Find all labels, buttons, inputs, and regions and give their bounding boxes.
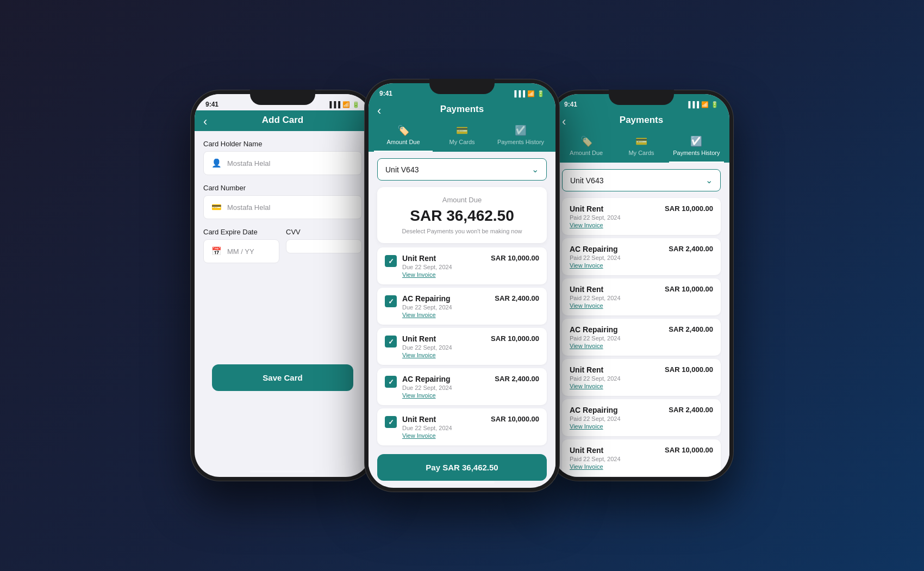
view-invoice-3[interactable]: View Invoice [402, 352, 485, 358]
back-button-center[interactable]: ‹ [377, 104, 381, 118]
payment-due-1: Due 22 Sept, 2024 [402, 264, 485, 270]
tab-my-cards-label: My Cards [449, 139, 475, 145]
history-invoice-3[interactable]: View Invoice [570, 302, 621, 309]
expire-value: MM / YY [227, 247, 254, 256]
history-tab-icon: ☑️ [515, 125, 527, 136]
save-card-button[interactable]: Save Card [212, 364, 353, 391]
header-left: ‹ Add Card [195, 110, 371, 131]
payment-amount-4: SAR 2,400.00 [495, 375, 539, 383]
dropdown-value-center: Unit V643 [385, 165, 419, 174]
home-indicator-left [250, 470, 315, 473]
checkbox-2[interactable] [385, 295, 397, 307]
cvv-input[interactable] [286, 239, 362, 253]
calendar-icon: 📅 [211, 246, 222, 256]
wallet-icon: 🏷️ [397, 125, 409, 136]
history-name-1: Unit Rent [570, 204, 621, 213]
view-invoice-5[interactable]: View Invoice [402, 432, 485, 439]
tab-my-cards[interactable]: 💳 My Cards [433, 120, 491, 152]
history-item-2: AC Repairing Paid 22 Sept, 2024 View Inv… [562, 238, 721, 275]
history-date-5: Paid 22 Sept, 2024 [570, 375, 621, 382]
history-info-2: AC Repairing Paid 22 Sept, 2024 View Inv… [570, 245, 621, 269]
history-invoice-7[interactable]: View Invoice [570, 463, 621, 470]
page-title-center: Payments [379, 104, 545, 120]
history-amount-7: SAR 10,000.00 [665, 446, 713, 454]
view-invoice-2[interactable]: View Invoice [402, 312, 489, 318]
tab-amount-due[interactable]: 🏷️ Amount Due [374, 120, 433, 152]
card-number-input[interactable]: 💳 Mostafa Helal [203, 195, 362, 219]
payment-due-2: Due 22 Sept, 2024 [402, 304, 489, 311]
time-center: 9:41 [379, 90, 392, 97]
expire-cvv-row: Card Expire Date 📅 MM / YY CVV [203, 228, 362, 272]
notch-left [250, 90, 315, 105]
expire-input[interactable]: 📅 MM / YY [203, 239, 279, 263]
tab-my-cards-right[interactable]: 💳 My Cards [614, 131, 669, 163]
holder-name-input[interactable]: 👤 Mostafa Helal [203, 151, 362, 175]
history-item-4: AC Repairing Paid 22 Sept, 2024 View Inv… [562, 319, 721, 356]
screen-right: 9:41 ▐▐▐ 📶 🔋 ‹ Payments 🏷️ Amount Due [553, 94, 729, 477]
history-invoice-5[interactable]: View Invoice [570, 383, 621, 389]
history-amount-4: SAR 2,400.00 [669, 325, 713, 333]
card-number-group: Card Number 💳 Mostafa Helal [203, 184, 362, 219]
history-invoice-1[interactable]: View Invoice [570, 222, 621, 228]
history-info-7: Unit Rent Paid 22 Sept, 2024 View Invoic… [570, 446, 621, 470]
checkbox-5[interactable] [385, 416, 397, 428]
payment-name-3: Unit Rent [402, 334, 485, 343]
person-icon: 👤 [211, 158, 222, 168]
history-info-1: Unit Rent Paid 22 Sept, 2024 View Invoic… [570, 204, 621, 228]
home-indicator-right [609, 470, 674, 473]
history-name-3: Unit Rent [570, 285, 621, 294]
checkbox-4[interactable] [385, 376, 397, 388]
history-item-3: Unit Rent Paid 22 Sept, 2024 View Invoic… [562, 278, 721, 315]
history-date-3: Paid 22 Sept, 2024 [570, 295, 621, 301]
tab-amount-due-right[interactable]: 🏷️ Amount Due [559, 131, 614, 163]
history-info-4: AC Repairing Paid 22 Sept, 2024 View Inv… [570, 325, 621, 349]
amount-due-label: Amount Due [386, 196, 538, 204]
history-info-5: Unit Rent Paid 22 Sept, 2024 View Invoic… [570, 365, 621, 389]
tabs-center: 🏷️ Amount Due 💳 My Cards ☑️ Payments His… [369, 120, 555, 152]
view-invoice-1[interactable]: View Invoice [402, 271, 485, 278]
payment-info-1: Unit Rent Due 22 Sept, 2024 View Invoice [402, 254, 485, 278]
history-invoice-2[interactable]: View Invoice [570, 262, 621, 269]
payment-item-4: AC Repairing Due 22 Sept, 2024 View Invo… [377, 368, 547, 405]
history-date-4: Paid 22 Sept, 2024 [570, 335, 621, 342]
history-item-1: Unit Rent Paid 22 Sept, 2024 View Invoic… [562, 198, 721, 235]
history-name-5: Unit Rent [570, 365, 621, 374]
wallet-icon-right: 🏷️ [580, 135, 592, 147]
unit-dropdown-center[interactable]: Unit V643 ⌄ [377, 158, 547, 181]
card-icon: 💳 [211, 202, 222, 212]
history-tab-icon-right: ☑️ [690, 135, 702, 147]
card-tab-icon-right: 💳 [635, 135, 647, 147]
payment-amount-2: SAR 2,400.00 [495, 294, 539, 302]
tab-payments-history-right[interactable]: ☑️ Payments History [669, 131, 724, 163]
history-date-1: Paid 22 Sept, 2024 [570, 214, 621, 221]
history-invoice-4[interactable]: View Invoice [570, 343, 621, 349]
history-amount-3: SAR 10,000.00 [665, 285, 713, 293]
history-amount-6: SAR 2,400.00 [669, 406, 713, 414]
phone-left: 9:41 ▐▐▐ 📶 🔋 ‹ Add Card Card Holder Name… [190, 90, 375, 481]
payment-name-1: Unit Rent [402, 254, 485, 263]
dropdown-value-right: Unit V643 [570, 176, 603, 185]
history-amount-2: SAR 2,400.00 [669, 245, 713, 253]
center-content: Unit V643 ⌄ Amount Due SAR 36,462.50 Des… [369, 152, 555, 486]
pay-button-center[interactable]: Pay SAR 36,462.50 [377, 454, 547, 481]
tab-my-cards-label-right: My Cards [628, 150, 654, 156]
card-number-value: Mostafa Helal [227, 203, 270, 212]
history-item-5: Unit Rent Paid 22 Sept, 2024 View Invoic… [562, 359, 721, 396]
checkbox-1[interactable] [385, 255, 397, 267]
payment-amount-3: SAR 10,000.00 [491, 334, 539, 343]
history-invoice-6[interactable]: View Invoice [570, 423, 621, 430]
expire-label: Card Expire Date [203, 228, 279, 236]
payment-item-3: Unit Rent Due 22 Sept, 2024 View Invoice… [377, 328, 547, 365]
payment-item-5: Unit Rent Due 22 Sept, 2024 View Invoice… [377, 408, 547, 445]
screen-left: 9:41 ▐▐▐ 📶 🔋 ‹ Add Card Card Holder Name… [195, 94, 371, 477]
back-button-right[interactable]: ‹ [562, 115, 566, 129]
back-button-left[interactable]: ‹ [203, 115, 207, 129]
amount-due-value: SAR 36,462.50 [386, 207, 538, 225]
page-title-left: Add Card [205, 115, 360, 131]
checkbox-3[interactable] [385, 336, 397, 347]
unit-dropdown-right[interactable]: Unit V643 ⌄ [562, 169, 721, 191]
view-invoice-4[interactable]: View Invoice [402, 392, 489, 399]
tab-payments-history[interactable]: ☑️ Payments History [491, 120, 550, 152]
page-title-right: Payments [564, 115, 719, 131]
tab-payments-history-label: Payments History [497, 139, 544, 145]
